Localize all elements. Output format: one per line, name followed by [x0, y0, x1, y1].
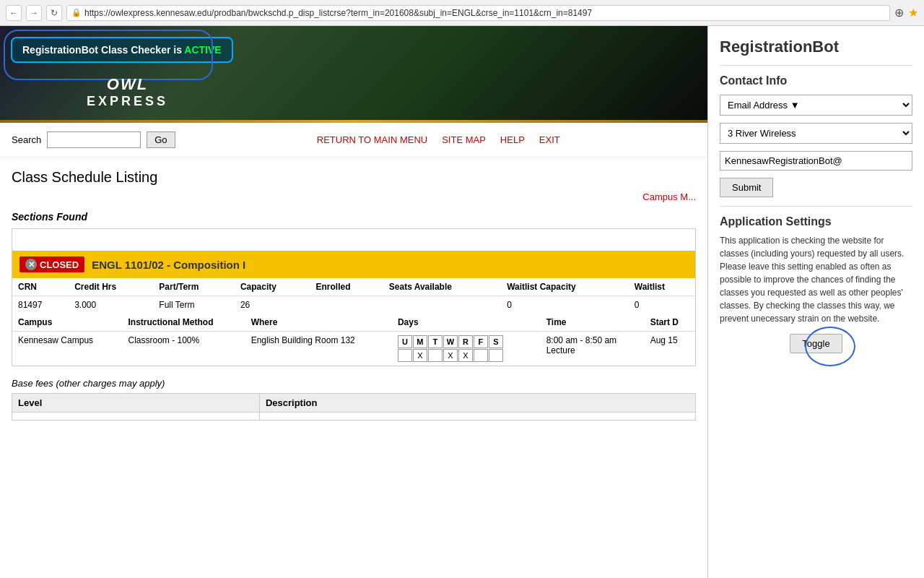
seats-available-header: Seats Available — [383, 278, 501, 296]
active-label: ACTIVE — [184, 44, 221, 56]
part-term-value: Full Term — [153, 296, 235, 314]
class-info-table: CRN Credit Hrs Part/Term Capacity Enroll… — [12, 278, 695, 314]
owl-text: OWL — [87, 75, 168, 94]
days-header: Days — [392, 314, 541, 332]
campus-info-table: Campus Instructional Method Where Days T… — [12, 314, 695, 366]
sections-found-label: Sections Found — [12, 211, 696, 223]
return-menu-link[interactable]: RETURN TO MAIN MENU — [317, 134, 427, 145]
fees-row — [12, 413, 696, 420]
site-map-link[interactable]: SITE MAP — [442, 134, 486, 145]
email-group — [720, 151, 912, 171]
level-value — [12, 413, 260, 420]
day-W-row2: X — [443, 349, 458, 362]
capacity-value: 26 — [235, 296, 310, 314]
bookmark-icon[interactable]: ★ — [908, 6, 918, 20]
submit-group: Submit — [720, 178, 912, 197]
app-settings-text: This application is checking the website… — [720, 234, 912, 325]
seats-available-value — [383, 296, 501, 314]
day-F: F — [474, 335, 488, 348]
contact-info-title: Contact Info — [720, 74, 912, 87]
search-input[interactable] — [47, 131, 141, 148]
waitlist-header: Waitlist — [629, 278, 695, 296]
carrier-select[interactable]: 3 River Wireless AT&T Verizon T-Mobile — [720, 123, 912, 144]
address-bar[interactable]: 🔒 https://owlexpress.kennesaw.edu/prodba… — [66, 5, 890, 21]
closed-badge: ✕ CLOSED — [19, 256, 84, 272]
credit-hrs-header: Credit Hrs — [69, 278, 153, 296]
where-text: English Building Room 132 — [251, 335, 355, 345]
day-F-row2 — [474, 349, 488, 362]
day-U-row2 — [398, 349, 412, 362]
where-value: English Building Room 132 — [245, 332, 392, 366]
submit-button[interactable]: Submit — [720, 178, 773, 197]
sidebar: RegistrationBot Contact Info Email Addre… — [707, 26, 924, 578]
part-term-header: Part/Term — [153, 278, 235, 296]
sidebar-title: RegistrationBot — [720, 38, 912, 56]
lock-icon: 🔒 — [71, 8, 82, 17]
banner-image: RegistrationBot Class Checker is ACTIVE … — [0, 26, 707, 120]
level-header: Level — [12, 394, 260, 413]
base-fees-section: Base fees (other charges may apply) Leve… — [12, 378, 696, 420]
day-T-row2 — [428, 349, 443, 362]
credit-hrs-value: 3.000 — [69, 296, 153, 314]
express-text: EXPRESS — [87, 94, 168, 109]
contact-type-select[interactable]: Email Address ▼ Phone Number Text Messag… — [720, 95, 912, 116]
carrier-group: 3 River Wireless AT&T Verizon T-Mobile — [720, 123, 912, 144]
page-content: Class Schedule Listing Campus M... Secti… — [0, 158, 707, 432]
capacity-header: Capacity — [235, 278, 310, 296]
search-label: Search — [12, 134, 41, 145]
class-title: ENGL 1101/02 - Composition I — [92, 259, 245, 271]
time-header: Time — [541, 314, 645, 332]
waitlist-capacity-header: Waitlist Capacity — [501, 278, 629, 296]
go-button[interactable]: Go — [147, 131, 175, 148]
where-header: Where — [245, 314, 392, 332]
day-R: R — [458, 335, 473, 348]
divider-1 — [720, 65, 912, 66]
campus-map-link[interactable]: Campus M... — [12, 191, 696, 202]
enrolled-header: Enrolled — [310, 278, 383, 296]
method-value: Classroom - 100% — [122, 332, 245, 366]
page-title: Class Schedule Listing — [12, 169, 696, 186]
bot-status-text: RegistrationBot Class Checker is ACTIVE — [22, 44, 222, 56]
day-T: T — [428, 335, 443, 348]
forward-button[interactable]: → — [26, 5, 42, 21]
day-U: U — [398, 335, 412, 348]
day-M-row2: X — [413, 349, 427, 362]
campus-header: Campus — [12, 314, 122, 332]
bot-status-banner: RegistrationBot Class Checker is ACTIVE — [11, 37, 233, 63]
waitlist-value: 0 — [629, 296, 695, 314]
time-type: Lecture — [546, 345, 639, 355]
class-table: ✕ CLOSED ENGL 1101/02 - Composition I CR… — [12, 228, 696, 366]
days-value: U M T W R F S X X — [392, 332, 541, 366]
table-row: 81497 3.000 Full Term 26 0 0 — [12, 296, 695, 314]
method-header: Instructional Method — [122, 314, 245, 332]
campus-row: Kennesaw Campus Classroom - 100% English… — [12, 332, 695, 366]
start-header: Start D — [645, 314, 695, 332]
campus-value: Kennesaw Campus — [12, 332, 122, 366]
start-value: Aug 15 — [645, 332, 695, 366]
app-settings-title: Application Settings — [720, 215, 912, 228]
nav-links: RETURN TO MAIN MENU SITE MAP HELP EXIT — [181, 134, 696, 145]
days-grid: U M T W R F S X X — [398, 335, 535, 362]
waitlist-capacity-value: 0 — [501, 296, 629, 314]
banner: RegistrationBot Class Checker is ACTIVE … — [0, 26, 707, 120]
class-header-row: ✕ CLOSED ENGL 1101/02 - Composition I — [12, 251, 695, 278]
refresh-button[interactable]: ↻ — [46, 5, 62, 21]
divider-2 — [720, 206, 912, 207]
time-value: 8:00 am - 8:50 am Lecture — [541, 332, 645, 366]
email-input[interactable] — [720, 151, 912, 171]
toggle-wrapper: Toggle — [720, 334, 912, 353]
toggle-button[interactable]: Toggle — [790, 334, 842, 353]
zoom-icon[interactable]: ⊕ — [894, 6, 904, 20]
day-W: W — [443, 335, 458, 348]
browser-chrome: ← → ↻ 🔒 https://owlexpress.kennesaw.edu/… — [0, 0, 924, 26]
help-link[interactable]: HELP — [500, 134, 525, 145]
search-section: Search Go RETURN TO MAIN MENU SITE MAP H… — [0, 123, 707, 158]
owl-express-logo: OWL EXPRESS — [87, 75, 168, 109]
crn-header: CRN — [12, 278, 69, 296]
exit-link[interactable]: EXIT — [539, 134, 560, 145]
closed-x-icon: ✕ — [25, 259, 37, 270]
crn-value: 81497 — [12, 296, 69, 314]
back-button[interactable]: ← — [6, 5, 22, 21]
empty-row — [12, 229, 695, 251]
day-S: S — [489, 335, 503, 348]
